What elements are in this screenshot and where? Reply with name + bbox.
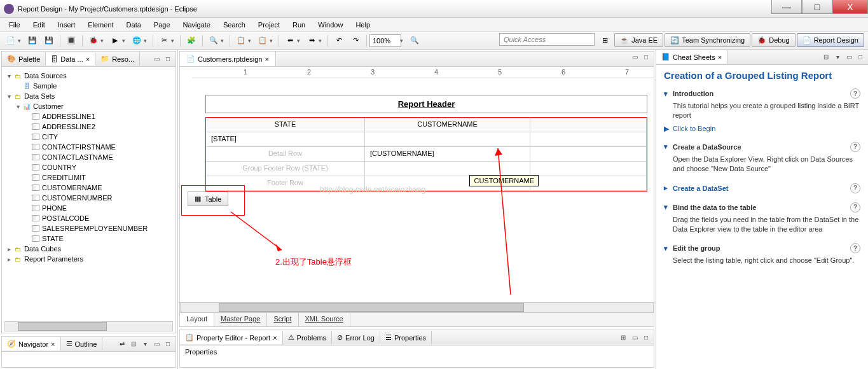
tree-data-sets[interactable]: Data Sets [24, 92, 55, 100]
data-tree[interactable]: ▾🗀Data Sources 🗄Sample ▾🗀Data Sets ▾📊Cus… [2, 67, 176, 320]
help-icon[interactable]: ? [850, 183, 860, 193]
close-icon[interactable]: × [51, 340, 55, 348]
maximize-view-icon[interactable]: □ [855, 52, 865, 62]
detail-customername-cell[interactable]: [CUSTOMERNAME] [365, 147, 530, 161]
dropdown-icon[interactable]: ▾ [122, 38, 128, 44]
debug-button[interactable]: 🐞 [86, 34, 101, 48]
report-canvas[interactable]: Report Header STATE CUSTOMERNAME [STATE]… [180, 78, 654, 302]
dropdown-icon[interactable]: ▾ [144, 38, 150, 44]
cut-button[interactable]: ✂ [156, 34, 172, 48]
col-customername-header[interactable]: CUSTOMERNAME [365, 118, 530, 132]
new-button[interactable]: 📄 [3, 34, 18, 48]
dropdown-icon[interactable]: ▾ [221, 38, 227, 44]
nav2-button[interactable]: 📋 [255, 34, 270, 48]
collapse-icon[interactable]: ⊟ [128, 339, 139, 349]
tree-params[interactable]: Report Parameters [24, 255, 83, 263]
tree-column[interactable]: PHONE [4, 203, 173, 213]
help-icon[interactable]: ? [850, 243, 860, 253]
tree-column[interactable]: COUNTRY [4, 162, 173, 172]
maximize-view-icon[interactable]: □ [163, 339, 173, 349]
close-icon[interactable]: × [718, 53, 722, 61]
close-button[interactable]: X [832, 0, 868, 14]
tab-cheat-sheets[interactable]: 📘Cheat Sheets× [656, 50, 727, 64]
redo-button[interactable]: ↷ [348, 34, 363, 48]
tree-customer[interactable]: Customer [33, 102, 64, 110]
group-header-cell[interactable]: [STATE] [206, 132, 365, 146]
tab-data-explorer[interactable]: 🗄Data ...× [46, 53, 95, 66]
forward-button[interactable]: ➡ [304, 34, 319, 48]
minimize-view-icon[interactable]: ▭ [844, 52, 854, 62]
tree-column[interactable]: ADDRESSLINE2 [4, 122, 173, 132]
cheat-step-header[interactable]: ▾Create a DataSource? [664, 142, 860, 152]
col-state-header[interactable]: STATE [206, 118, 365, 132]
tree-cubes[interactable]: Data Cubes [24, 245, 61, 253]
collapse-icon[interactable]: ⊟ [821, 52, 831, 62]
breadcrumb-button[interactable]: 🧩 [184, 34, 199, 48]
minimize-view-icon[interactable]: ▭ [151, 54, 162, 64]
tab-outline[interactable]: ☰Outline [61, 337, 103, 351]
tree-data-sources[interactable]: Data Sources [24, 72, 67, 80]
tree-column[interactable]: CITY [4, 132, 173, 142]
tab-problems[interactable]: ⚠Problems [283, 331, 332, 344]
menu-page[interactable]: Page [148, 19, 177, 31]
perspective-debug[interactable]: 🐞Debug [752, 33, 795, 47]
zoom-combo[interactable]: 100% [369, 34, 401, 47]
menu-file[interactable]: File [3, 19, 27, 31]
cheat-step-link[interactable]: ▶Click to Begin [664, 125, 860, 133]
menu-icon[interactable]: ▾ [832, 52, 843, 62]
tab-script[interactable]: Script [267, 313, 298, 326]
tree-column[interactable]: ADDRESSLINE1 [4, 111, 173, 122]
dropdown-icon[interactable]: ▾ [248, 38, 254, 44]
tree-column[interactable]: CUSTOMERNUMBER [4, 193, 173, 203]
help-icon[interactable]: ? [850, 202, 860, 212]
quick-access-input[interactable]: Quick Access [499, 33, 595, 46]
tab-navigator[interactable]: 🧭Navigator× [2, 337, 61, 351]
tree-column[interactable]: SALESREPEMPLOYEENUMBER [4, 223, 173, 233]
dropdown-icon[interactable]: ▾ [270, 38, 276, 44]
help-icon[interactable]: ? [850, 88, 860, 99]
minimize-view-icon[interactable]: ▭ [630, 52, 640, 62]
report-table[interactable]: STATE CUSTOMERNAME [STATE] Detail Row [C… [205, 117, 647, 191]
tree-column[interactable]: POSTALCODE [4, 213, 173, 223]
cheat-step-header[interactable]: ▾Introduction? [664, 88, 860, 99]
toggle-icon[interactable]: ⊞ [618, 333, 628, 343]
tab-properties[interactable]: ☰Properties [380, 331, 432, 344]
perspective-javaee[interactable]: ☕Java EE [614, 33, 663, 47]
cheat-step-header[interactable]: ▸Create a DataSet? [664, 183, 860, 193]
table-handle[interactable]: ▦Table [188, 191, 228, 206]
menu-element[interactable]: Element [81, 19, 120, 31]
menu-help[interactable]: Help [349, 19, 376, 31]
close-icon[interactable]: × [273, 334, 277, 342]
dropdown-icon[interactable]: ▾ [18, 38, 24, 44]
dropdown-icon[interactable]: ▾ [100, 38, 107, 44]
maximize-view-icon[interactable]: □ [641, 52, 651, 62]
dropdown-icon[interactable]: ▾ [297, 38, 303, 44]
maximize-button[interactable]: □ [802, 0, 832, 14]
toggle-button[interactable]: 🔳 [64, 34, 79, 48]
detail-row-label[interactable]: Detail Row [206, 147, 365, 161]
minimize-view-icon[interactable]: ▭ [151, 339, 162, 349]
minimize-button[interactable]: — [771, 0, 802, 14]
tab-layout[interactable]: Layout [180, 313, 214, 326]
cheat-step-header[interactable]: ▾Edit the group? [664, 243, 860, 253]
run-button[interactable]: ▶ [107, 34, 123, 48]
close-icon[interactable]: × [86, 55, 90, 63]
hscrollbar[interactable] [4, 321, 173, 331]
menu-data[interactable]: Data [120, 19, 148, 31]
tree-column[interactable]: CREDITLIMIT [4, 172, 173, 183]
tree-column[interactable]: STATE [4, 233, 173, 244]
properties-section-label[interactable]: Properties [180, 345, 654, 358]
menu-icon[interactable]: ▾ [140, 339, 150, 349]
nav-button[interactable]: 📋 [233, 34, 249, 48]
tab-masterpage[interactable]: Master Page [214, 313, 267, 326]
menu-insert[interactable]: Insert [52, 19, 82, 31]
maximize-view-icon[interactable]: □ [641, 333, 651, 343]
perspective-report-design[interactable]: 📄Report Design [797, 33, 864, 47]
menu-search[interactable]: Search [217, 19, 252, 31]
back-button[interactable]: ⬅ [282, 34, 298, 48]
save-button[interactable]: 💾 [25, 34, 40, 48]
view-report-button[interactable]: 🌐 [129, 34, 144, 48]
tab-resource[interactable]: 📁Reso... [95, 52, 140, 66]
col-blank-header[interactable] [530, 118, 647, 132]
cheat-step-header[interactable]: ▾Bind the data to the table? [664, 202, 860, 212]
